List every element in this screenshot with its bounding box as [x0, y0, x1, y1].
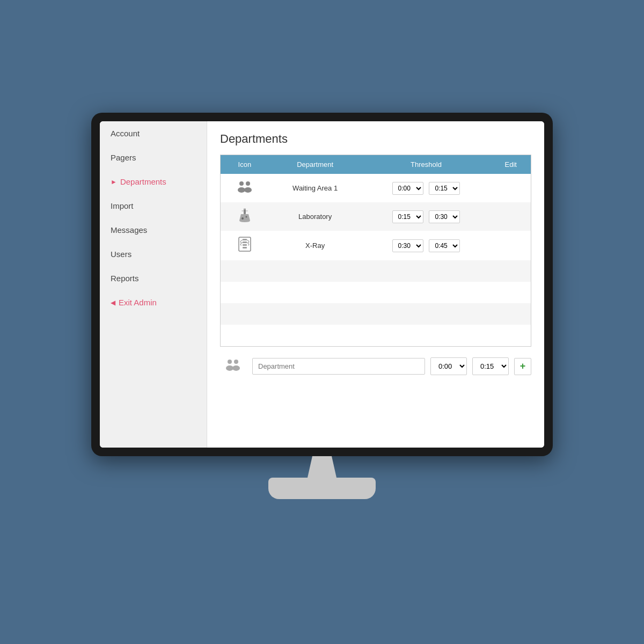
- add-icon-people: [220, 357, 247, 376]
- empty-row: [221, 282, 531, 303]
- dept-icon-xray: [221, 231, 269, 260]
- threshold2-select[interactable]: 0:150:300:451:00: [429, 210, 460, 223]
- sidebar-item-label: Exit Admin: [119, 298, 157, 307]
- table-row: X-Ray 0:000:150:300:45 0:150:300:451:00: [221, 231, 531, 260]
- svg-rect-15: [243, 247, 247, 248]
- svg-point-17: [234, 360, 238, 364]
- monitor-stand: [268, 456, 376, 499]
- dept-name: Laboratory: [269, 202, 362, 231]
- dept-edit: [491, 231, 531, 260]
- empty-row: [221, 325, 531, 346]
- col-edit: Edit: [491, 155, 531, 174]
- dept-edit: [491, 202, 531, 231]
- sidebar-item-label: Messages: [111, 225, 147, 235]
- threshold1-select[interactable]: 0:000:150:300:45: [392, 182, 423, 195]
- chevron-icon: ►: [111, 178, 117, 186]
- sidebar-item-label: Users: [111, 250, 131, 259]
- monitor-frame: Account Pagers ► Departments Import Mess…: [91, 113, 553, 456]
- sidebar-item-account[interactable]: Account: [100, 121, 207, 145]
- threshold1-select[interactable]: 0:000:150:300:45: [392, 210, 423, 223]
- dept-name: Waiting Area 1: [269, 174, 362, 202]
- svg-point-2: [238, 187, 245, 193]
- departments-table: Icon Department Threshold Edit: [220, 155, 531, 347]
- empty-row: [221, 260, 531, 282]
- add-threshold2-select[interactable]: 0:150:300:451:00: [472, 357, 509, 375]
- threshold2-select[interactable]: 0:150:300:451:00: [429, 239, 460, 252]
- table-row: Waiting Area 1 0:000:150:300:45 0:150:30…: [221, 174, 531, 202]
- table-header-row: Icon Department Threshold Edit: [221, 155, 531, 174]
- add-threshold1-select[interactable]: 0:000:150:300:45: [430, 357, 467, 375]
- threshold1-select[interactable]: 0:000:150:300:45: [392, 239, 423, 252]
- svg-point-0: [239, 181, 244, 186]
- svg-rect-14: [243, 244, 247, 246]
- sidebar-item-label: Pagers: [111, 153, 136, 162]
- sidebar-item-label: Account: [111, 129, 140, 138]
- dept-name: X-Ray: [269, 231, 362, 260]
- sidebar-item-label: Import: [111, 201, 134, 210]
- stand-base: [268, 478, 376, 499]
- monitor-wrapper: Account Pagers ► Departments Import Mess…: [91, 113, 553, 531]
- col-icon: Icon: [221, 155, 269, 174]
- svg-point-18: [226, 365, 233, 371]
- svg-point-16: [228, 360, 232, 364]
- svg-point-1: [246, 181, 250, 186]
- department-input[interactable]: [252, 358, 425, 375]
- add-department-button[interactable]: +: [514, 358, 531, 375]
- dept-threshold1: 0:000:150:300:45 0:150:300:451:00: [361, 231, 491, 260]
- dept-threshold1: 0:000:150:300:45 0:150:300:451:00: [361, 174, 491, 202]
- svg-point-3: [244, 187, 252, 193]
- chevron-left-icon: ◀: [111, 299, 115, 306]
- sidebar-item-messages[interactable]: Messages: [100, 218, 207, 242]
- col-threshold: Threshold: [361, 155, 491, 174]
- page-title: Departments: [220, 132, 531, 146]
- sidebar-item-label: Departments: [120, 177, 166, 186]
- sidebar-item-label: Reports: [111, 274, 139, 283]
- monitor-screen: Account Pagers ► Departments Import Mess…: [100, 121, 544, 448]
- table-row: Laboratory 0:000:150:300:45 0:150:300:45…: [221, 202, 531, 231]
- svg-point-19: [232, 365, 240, 371]
- svg-point-7: [245, 216, 247, 218]
- dept-edit: [491, 174, 531, 202]
- sidebar-item-users[interactable]: Users: [100, 242, 207, 266]
- threshold2-select[interactable]: 0:150:300:451:00: [429, 182, 460, 195]
- sidebar-item-exit-admin[interactable]: ◀ Exit Admin: [100, 290, 207, 314]
- dept-icon-people: [221, 174, 269, 202]
- add-department-row: 0:000:150:300:45 0:150:300:451:00 +: [220, 351, 531, 382]
- stand-neck: [306, 456, 338, 478]
- sidebar-item-departments[interactable]: ► Departments: [100, 170, 207, 194]
- empty-row: [221, 303, 531, 325]
- sidebar-item-pagers[interactable]: Pagers: [100, 145, 207, 170]
- dept-threshold1: 0:000:150:300:45 0:150:300:451:00: [361, 202, 491, 231]
- main-content: Departments Icon Department Threshold Ed…: [207, 121, 544, 448]
- dept-icon-lab: [221, 202, 269, 231]
- svg-rect-12: [243, 239, 247, 240]
- svg-rect-13: [243, 241, 247, 243]
- sidebar: Account Pagers ► Departments Import Mess…: [100, 121, 207, 448]
- svg-point-6: [241, 217, 244, 219]
- sidebar-item-reports[interactable]: Reports: [100, 266, 207, 290]
- sidebar-item-import[interactable]: Import: [100, 194, 207, 218]
- col-department: Department: [269, 155, 362, 174]
